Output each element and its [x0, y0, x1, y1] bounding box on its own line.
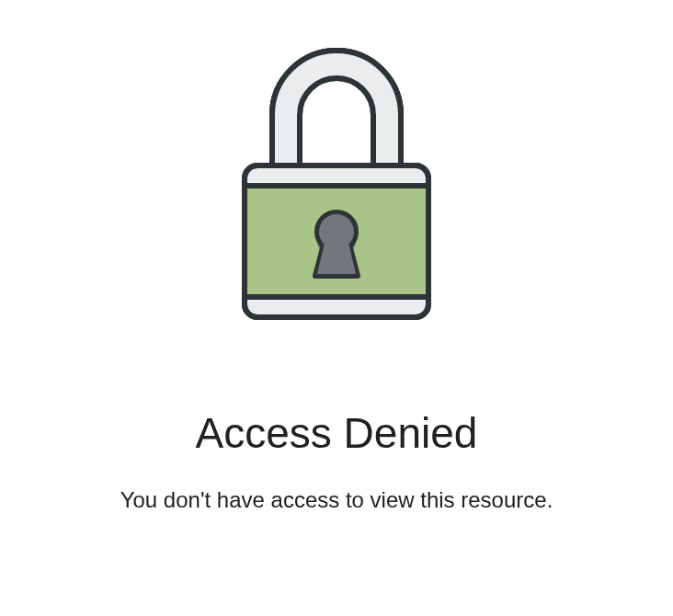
access-denied-message: You don't have access to view this resou… — [120, 487, 553, 513]
lock-icon — [235, 37, 438, 325]
lock-icon-svg — [235, 37, 438, 322]
access-denied-heading: Access Denied — [196, 408, 478, 458]
